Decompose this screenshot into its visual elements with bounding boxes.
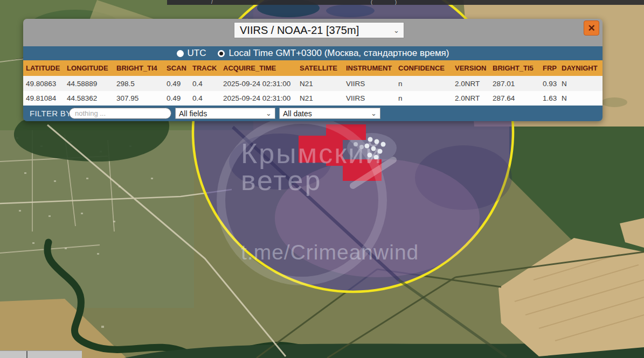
partial-panel-corner: [0, 350, 82, 358]
close-button[interactable]: ✕: [584, 20, 599, 36]
partial-text-fragment: ): [395, 0, 397, 5]
time-toggle-row: UTC Local Time GMT+0300 (Москва, стандар…: [23, 46, 603, 60]
local-time-radio-label: Local Time GMT+0300 (Москва, стандартное…: [228, 48, 449, 59]
table-row[interactable]: 49.81084 44.58362 307.95 0.49 0.4 2025-0…: [23, 91, 603, 106]
utc-radio-label: UTC: [188, 48, 206, 59]
col-longitude: LONGITUDE: [64, 60, 114, 76]
partial-dialog-top-edge: / ( ): [167, 0, 644, 5]
col-scan: SCAN: [164, 60, 190, 76]
chevron-down-icon: ⌄: [266, 110, 272, 117]
dataset-select-value: VIIRS / NOAA-21 [375m]: [240, 24, 359, 37]
col-instrument: INSTRUMENT: [343, 60, 396, 76]
filter-bar: FILTER BY All fields ⌄ All dates ⌄: [23, 106, 603, 121]
local-time-radio[interactable]: [218, 50, 225, 57]
col-acquire-time: ACQUIRE_TIME: [220, 60, 297, 76]
utc-radio[interactable]: [177, 50, 184, 57]
filter-fields-select[interactable]: All fields ⌄: [175, 108, 275, 119]
filter-by-label: FILTER BY: [30, 109, 71, 118]
filter-input[interactable]: [69, 108, 171, 119]
col-satellite: SATELLITE: [297, 60, 343, 76]
watermark-text-2: ветер: [241, 165, 322, 196]
filter-dates-select[interactable]: All dates ⌄: [279, 108, 380, 119]
close-icon: ✕: [587, 23, 595, 34]
partial-text-fragment: (: [371, 0, 372, 5]
fire-data-table: LATITUDE LONGITUDE BRIGHT_TI4 SCAN TRACK…: [23, 60, 603, 106]
watermark-url: t.me/Crimeanwind: [241, 241, 419, 264]
col-daynight: DAYNIGHT: [559, 60, 603, 76]
table-header-row: LATITUDE LONGITUDE BRIGHT_TI4 SCAN TRACK…: [23, 60, 603, 76]
dataset-select[interactable]: VIIRS / NOAA-21 [375m] ⌄: [234, 22, 404, 38]
partial-text-fragment: /: [211, 0, 213, 5]
col-latitude: LATITUDE: [23, 60, 64, 76]
chevron-down-icon: ⌄: [393, 27, 399, 34]
col-confidence: CONFIDENCE: [396, 60, 452, 76]
col-version: VERSION: [452, 60, 490, 76]
col-track: TRACK: [190, 60, 220, 76]
firms-fire-map-view: Крымский ветер t.me/Crimeanwind / ( ) VI…: [0, 0, 644, 358]
col-frp: FRP: [540, 60, 559, 76]
table-row[interactable]: 49.80863 44.58889 298.5 0.49 0.4 2025-09…: [23, 76, 603, 91]
dialog-header: VIIRS / NOAA-21 [375m] ⌄ ✕: [23, 19, 603, 46]
chevron-down-icon: ⌄: [371, 110, 377, 117]
col-bright-ti5: BRIGHT_TI5: [490, 60, 540, 76]
col-bright-ti4: BRIGHT_TI4: [114, 60, 164, 76]
fire-data-dialog: VIIRS / NOAA-21 [375m] ⌄ ✕ UTC Local Tim…: [23, 19, 603, 121]
